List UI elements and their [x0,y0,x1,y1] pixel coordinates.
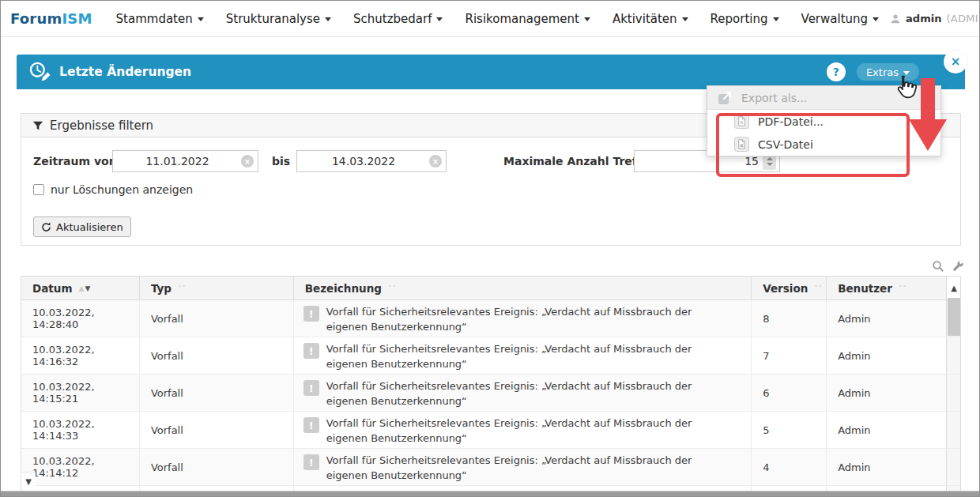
page-title: Letzte Änderungen [59,65,191,79]
scrollbar-track[interactable] [946,412,960,448]
logo-part-ism: ISM [62,10,92,27]
cell-datum: 10.03.2022, 14:16:32 [21,337,140,374]
cell-bezeichnung: !Vorfall für Sicherheitsrelevantes Ereig… [294,300,752,337]
table-row[interactable]: 10.03.2022, 14:28:40 Vorfall !Vorfall fü… [21,300,960,337]
from-date-input[interactable] [112,150,258,172]
max-results-label: Maximale Anzahl Treffer [503,155,654,168]
scroll-up-button[interactable]: ▲ [947,277,961,299]
cell-datum: 10.03.2022, 14:28:40 [21,300,140,337]
step-up-icon[interactable] [767,157,773,160]
chevron-down-icon [436,17,443,21]
panel-header: Letzte Änderungen ? Extras [17,55,965,89]
sort-icons[interactable]: ▲▼ [78,284,91,292]
cell-typ: Vorfall [140,375,294,411]
bezeichnung-text: Vorfall für Sicherheitsrelevantes Ereign… [326,305,707,335]
help-button[interactable]: ? [827,62,846,81]
column-header-benutzer[interactable]: Benutzer˄˅ [827,277,946,299]
column-label: Typ [151,282,172,295]
cell-benutzer: Admin [827,412,946,448]
table-search-icon[interactable] [932,260,944,273]
clear-from-date-icon[interactable]: × [241,155,254,168]
close-panel-button[interactable]: × [944,50,967,73]
cell-bezeichnung: !Vorfall für Sicherheitsrelevantes Ereig… [294,412,752,448]
table-row[interactable]: 10.03.2022, 14:14:12 Vorfall !Vorfall fü… [21,449,960,486]
export-icon [717,90,733,106]
bezeichnung-text: Vorfall für Sicherheitsrelevantes Ereign… [326,454,707,484]
cell-version: 5 [752,412,827,448]
window-bottom-edge [1,491,979,496]
cell-version: 4 [752,449,827,485]
table-settings-wrench-icon[interactable] [952,260,964,273]
chevron-down-icon [773,17,779,21]
chevron-down-icon [325,17,331,21]
main-menu: Stammdaten Strukturanalyse Schutzbedarf … [105,12,891,26]
deletions-only-checkbox-row[interactable]: nur Löschungen anzeigen [33,183,193,196]
extras-label: Extras [866,66,899,78]
to-date-label: bis [272,155,290,168]
cell-typ: Vorfall [140,300,294,337]
table-row[interactable]: 10.03.2022, 14:15:21 Vorfall !Vorfall fü… [21,375,960,412]
table-toolbar [932,260,964,273]
user-menu[interactable]: admin (ADMINISTRATOR) [890,13,980,24]
column-header-typ[interactable]: Typ˄˅ [140,277,294,299]
from-date-label: Zeitraum von [33,155,117,168]
menu-item-pdf-export[interactable]: PDF-Datei... [707,110,940,133]
sort-icons[interactable]: ˄˅ [814,284,823,292]
bezeichnung-text: Vorfall für Sicherheitsrelevantes Ereign… [326,416,707,446]
scrollbar-track[interactable] [946,337,960,374]
step-down-icon[interactable] [767,163,773,166]
column-header-bezeichnung[interactable]: Bezeichnung˄˅ [294,277,752,299]
results-table: Datum▲▼ Typ˄˅ Bezeichnung˄˅ Version˄˅ Be… [21,276,961,492]
table-row[interactable]: 10.03.2022, 14:14:33 Vorfall !Vorfall fü… [21,412,960,449]
table-row[interactable]: 10.03.2022, 14:16:32 Vorfall !Vorfall fü… [21,337,960,375]
sort-icons[interactable]: ˄˅ [178,284,187,292]
close-icon: × [951,55,961,69]
sort-icons[interactable]: ˄˅ [388,284,397,292]
extras-button[interactable]: Extras [857,63,919,81]
menu-strukturanalyse[interactable]: Strukturanalyse [215,12,342,26]
cell-benutzer: Admin [827,337,946,374]
help-label: ? [833,66,839,78]
scrollbar-thumb[interactable] [948,298,960,336]
cell-typ: Vorfall [140,412,294,448]
menu-verwaltung[interactable]: Verwaltung [790,12,891,26]
cell-typ: Vorfall [140,337,294,374]
menu-reporting[interactable]: Reporting [699,12,790,26]
cell-datum: 10.03.2022, 14:15:21 [21,375,140,411]
scrollbar-track[interactable] [946,449,960,485]
menu-schutzbedarf[interactable]: Schutzbedarf [342,12,454,26]
refresh-button[interactable]: Aktualisieren [33,216,131,237]
export-menu-label: Export als... [741,92,807,104]
menu-label: Reporting [710,12,768,26]
bezeichnung-text: Vorfall für Sicherheitsrelevantes Ereign… [326,342,707,372]
deletions-only-checkbox[interactable] [33,184,44,195]
menu-risikomanagement[interactable]: Risikomanagement [454,12,601,26]
scroll-down-button[interactable]: ▼ [21,472,36,491]
to-date-input[interactable] [296,150,447,172]
clear-to-date-icon[interactable]: × [429,155,442,168]
cell-bezeichnung: !Vorfall für Sicherheitsrelevantes Ereig… [294,449,752,485]
menu-label: Verwaltung [801,12,869,26]
scrollbar-track[interactable] [946,300,960,337]
incident-icon: ! [303,454,319,470]
menu-label: Aktivitäten [612,12,677,26]
max-results-value: 15 [744,155,759,168]
sort-icons[interactable]: ˄˅ [899,284,907,292]
chevron-down-icon [903,71,910,75]
column-header-version[interactable]: Version˄˅ [752,277,827,299]
menu-aktivitaeten[interactable]: Aktivitäten [601,12,699,26]
menu-stammdaten[interactable]: Stammdaten [105,12,215,26]
refresh-icon [41,222,51,232]
cell-bezeichnung: !Vorfall für Sicherheitsrelevantes Ereig… [294,375,752,411]
menu-label: Schutzbedarf [353,12,432,26]
column-header-datum[interactable]: Datum▲▼ [21,277,140,299]
cell-version: 6 [752,375,827,411]
filter-title: Ergebnisse filtern [50,119,153,133]
menu-item-label: PDF-Datei... [758,115,824,128]
app-logo[interactable]: ForumISM [10,10,92,27]
history-edit-icon [28,60,51,84]
scrollbar-track[interactable] [946,375,960,411]
chevron-down-icon [198,17,204,21]
cell-benutzer: Admin [827,300,946,337]
menu-item-csv-export[interactable]: CSV-Datei [707,133,940,156]
